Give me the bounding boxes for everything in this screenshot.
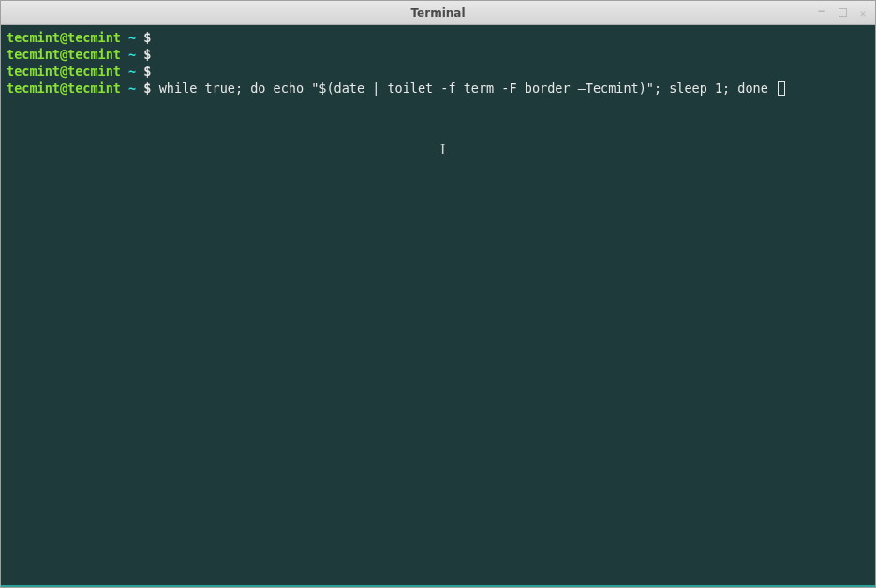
terminal-line: tecmint@tecmint ~ $ bbox=[7, 63, 869, 80]
window-bottom-border bbox=[1, 585, 875, 587]
terminal-body[interactable]: tecmint@tecmint ~ $ tecmint@tecmint ~ $ … bbox=[1, 25, 875, 587]
prompt-user-host: tecmint@tecmint bbox=[7, 30, 121, 45]
prompt-user-host: tecmint@tecmint bbox=[7, 64, 121, 79]
prompt-symbol: $ bbox=[143, 81, 151, 96]
prompt-symbol: $ bbox=[143, 47, 151, 62]
prompt-symbol: $ bbox=[143, 30, 151, 45]
window-controls bbox=[815, 1, 869, 24]
prompt-path: ~ bbox=[128, 64, 136, 79]
text-cursor-icon: I bbox=[440, 141, 445, 158]
terminal-line: tecmint@tecmint ~ $ bbox=[7, 29, 869, 46]
prompt-path: ~ bbox=[128, 81, 136, 96]
maximize-button[interactable] bbox=[836, 7, 849, 20]
prompt-path: ~ bbox=[128, 47, 136, 62]
terminal-line: tecmint@tecmint ~ $ while true; do echo … bbox=[7, 80, 869, 96]
titlebar[interactable]: Terminal bbox=[1, 1, 875, 25]
close-button[interactable] bbox=[856, 7, 869, 20]
close-icon bbox=[860, 7, 867, 20]
terminal-line: tecmint@tecmint ~ $ bbox=[7, 46, 869, 63]
command-text: while true; do echo "$(date | toilet -f … bbox=[159, 81, 776, 96]
prompt-user-host: tecmint@tecmint bbox=[7, 47, 121, 62]
minimize-button[interactable] bbox=[815, 7, 828, 20]
minimize-icon bbox=[818, 7, 824, 20]
prompt-user-host: tecmint@tecmint bbox=[7, 81, 121, 96]
window-title: Terminal bbox=[410, 7, 465, 20]
prompt-path: ~ bbox=[128, 30, 136, 45]
prompt-symbol: $ bbox=[143, 64, 151, 79]
block-cursor-icon bbox=[778, 81, 785, 96]
terminal-window: Terminal tecmint@tecmint ~ $ tecmint@tec… bbox=[0, 0, 876, 588]
maximize-icon bbox=[839, 8, 847, 17]
